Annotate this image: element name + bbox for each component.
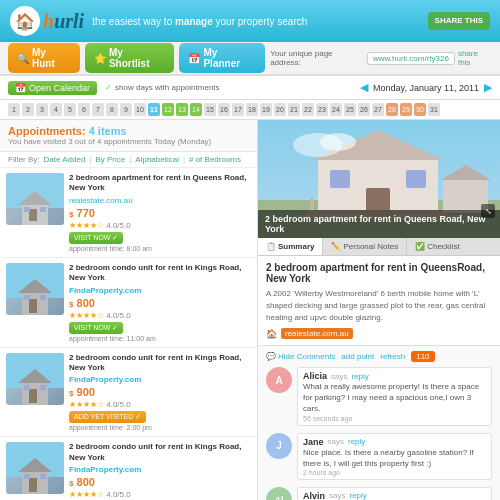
refresh-button[interactable]: refresh xyxy=(380,352,405,361)
comment-item-2: J Jane says reply Nice place. Is there a… xyxy=(266,433,492,480)
cal-day-7[interactable]: 7 xyxy=(92,103,104,116)
source-icon: 🏠 xyxy=(266,329,277,339)
prop-rating-3: ★★★★☆ 4.0/5.0 xyxy=(69,400,251,409)
prop-rating-4: ★★★★☆ 4.0/5.0 xyxy=(69,490,251,499)
cal-day-18[interactable]: 18 xyxy=(246,103,258,116)
my-planner-button[interactable]: 📅 My Planner xyxy=(179,43,265,73)
cal-day-2[interactable]: 2 xyxy=(22,103,34,116)
cal-day-9[interactable]: 9 xyxy=(120,103,132,116)
add-point-button[interactable]: add point xyxy=(341,352,374,361)
hero-expand-button[interactable]: ⤡ xyxy=(481,204,495,218)
share-link[interactable]: share this xyxy=(458,49,492,67)
cal-day-28[interactable]: 28 xyxy=(386,103,398,116)
appointments-header: Appointments: 4 items You have visited 3… xyxy=(0,120,257,152)
prop-rating-1: ★★★★☆ 4.0/5.0 xyxy=(69,221,251,230)
tab-checklist[interactable]: ✅ Checklist xyxy=(407,238,467,255)
reply-link-1[interactable]: reply xyxy=(351,372,368,381)
prop-title-1: 2 bedroom apartment for rent in Queens R… xyxy=(69,173,251,194)
nav-bar: 🔍 My Hunt ⭐ My Shortlist 📅 My Planner Yo… xyxy=(0,42,500,76)
hide-comments-button[interactable]: 💬 Hide Comments xyxy=(266,352,335,361)
cal-day-3[interactable]: 3 xyxy=(36,103,48,116)
svg-rect-23 xyxy=(24,474,30,479)
cal-day-20[interactable]: 20 xyxy=(274,103,286,116)
cal-day-15[interactable]: 15 xyxy=(204,103,216,116)
calendar-toolbar: 📅 Open Calendar ✓ show days with appoint… xyxy=(0,76,500,100)
logo-text: hurli xyxy=(43,10,84,33)
cal-day-30[interactable]: 30 xyxy=(414,103,426,116)
comments-section: 💬 Hide Comments add point refresh 110 A … xyxy=(258,346,500,500)
share-button[interactable]: SHARE THIS xyxy=(428,12,490,30)
comment-says-2: says xyxy=(328,437,344,446)
my-hunt-button[interactable]: 🔍 My Hunt xyxy=(8,43,80,73)
cal-day-23[interactable]: 23 xyxy=(316,103,328,116)
open-calendar-button[interactable]: 📅 Open Calendar xyxy=(8,81,97,95)
cal-day-21[interactable]: 21 xyxy=(288,103,300,116)
comment-body-3: Alvin says reply Love it! 3 hours ago xyxy=(297,487,492,500)
cal-day-22[interactable]: 22 xyxy=(302,103,314,116)
comments-header-row: 💬 Hide Comments add point refresh 110 xyxy=(266,351,492,362)
comment-time-2: 2 hours ago xyxy=(303,469,486,476)
visit-now-button-1[interactable]: VISIT NOW ✓ xyxy=(69,232,123,244)
property-item-4: 2 bedroom condo unit for rent in Kings R… xyxy=(0,437,257,500)
shortlist-icon: ⭐ xyxy=(94,53,106,64)
cal-day-1[interactable]: 1 xyxy=(8,103,20,116)
cal-day-31[interactable]: 31 xyxy=(428,103,440,116)
cal-day-11[interactable]: 11 xyxy=(148,103,160,116)
cal-day-5[interactable]: 5 xyxy=(64,103,76,116)
show-appointments-toggle[interactable]: ✓ show days with appointments xyxy=(105,83,220,92)
next-month-button[interactable]: ▶ xyxy=(484,81,492,94)
cal-day-16[interactable]: 16 xyxy=(218,103,230,116)
filter-bedrooms[interactable]: # of Bedrooms xyxy=(189,155,241,164)
cal-day-19[interactable]: 19 xyxy=(260,103,272,116)
my-shortlist-button[interactable]: ⭐ My Shortlist xyxy=(85,43,175,73)
cal-day-8[interactable]: 8 xyxy=(106,103,118,116)
prop-thumb-3 xyxy=(6,353,64,405)
filter-row: Filter By: Date Added | By Price | Alpha… xyxy=(0,152,257,168)
tab-summary[interactable]: 📋 Summary xyxy=(258,238,323,255)
prev-month-button[interactable]: ◀ xyxy=(360,81,368,94)
calendar-icon: 📅 xyxy=(15,83,26,93)
prop-source-3: FindaProperty.com xyxy=(69,375,251,384)
comment-text-2: Nice place. Is there a nearby gasoline s… xyxy=(303,447,486,469)
cal-day-25[interactable]: 25 xyxy=(344,103,356,116)
svg-point-39 xyxy=(320,133,356,151)
add-yet-visited-button-3[interactable]: ADD YET VISITED ✓ xyxy=(69,411,146,423)
property-hero: 2 bedroom apartment for rent in Queens R… xyxy=(258,120,500,238)
notes-icon: ✏️ xyxy=(331,242,341,251)
unique-url: www.hurli.com/rty326 xyxy=(367,52,455,65)
svg-rect-17 xyxy=(24,385,30,390)
prop-thumb-2 xyxy=(6,263,64,315)
cal-day-29[interactable]: 29 xyxy=(400,103,412,116)
cal-day-17[interactable]: 17 xyxy=(232,103,244,116)
reply-link-3[interactable]: reply xyxy=(349,491,366,500)
cal-day-4[interactable]: 4 xyxy=(50,103,62,116)
filter-alpha[interactable]: Alphabetical xyxy=(135,155,179,164)
reply-link-2[interactable]: reply xyxy=(348,437,365,446)
filter-label: Filter By: xyxy=(8,155,40,164)
hunt-icon: 🔍 xyxy=(17,53,29,64)
cal-day-26[interactable]: 26 xyxy=(358,103,370,116)
prop-title-3: 2 bedroom condo unit for rent in Kings R… xyxy=(69,353,251,374)
comment-time-1: 56 seconds ago xyxy=(303,415,486,422)
cal-day-6[interactable]: 6 xyxy=(78,103,90,116)
svg-rect-30 xyxy=(406,170,426,188)
cal-day-13[interactable]: 13 xyxy=(176,103,188,116)
cal-day-10[interactable]: 10 xyxy=(134,103,146,116)
visit-now-button-2[interactable]: VISIT NOW ✓ xyxy=(69,322,123,334)
detail-description: A 2002 'Willerby Westmoreland' 6 berth m… xyxy=(266,288,492,324)
cal-day-12[interactable]: 12 xyxy=(162,103,174,116)
comment-author-3: Alvin xyxy=(303,491,325,500)
svg-rect-12 xyxy=(40,295,46,300)
svg-rect-6 xyxy=(6,173,64,225)
filter-price[interactable]: By Price xyxy=(95,155,125,164)
cal-day-24[interactable]: 24 xyxy=(330,103,342,116)
prop-title-4: 2 bedroom condo unit for rent in Kings R… xyxy=(69,442,251,463)
cal-day-27[interactable]: 27 xyxy=(372,103,384,116)
month-nav: ◀ Monday, January 11, 2011 ▶ xyxy=(360,81,492,94)
svg-rect-29 xyxy=(330,170,350,188)
url-area: Your unique page address: www.hurli.com/… xyxy=(270,49,492,67)
tab-personal-notes[interactable]: ✏️ Personal Notes xyxy=(323,238,407,255)
filter-date[interactable]: Date Added xyxy=(44,155,86,164)
cal-day-14[interactable]: 14 xyxy=(190,103,202,116)
property-item-1: 2 bedroom apartment for rent in Queens R… xyxy=(0,168,257,258)
